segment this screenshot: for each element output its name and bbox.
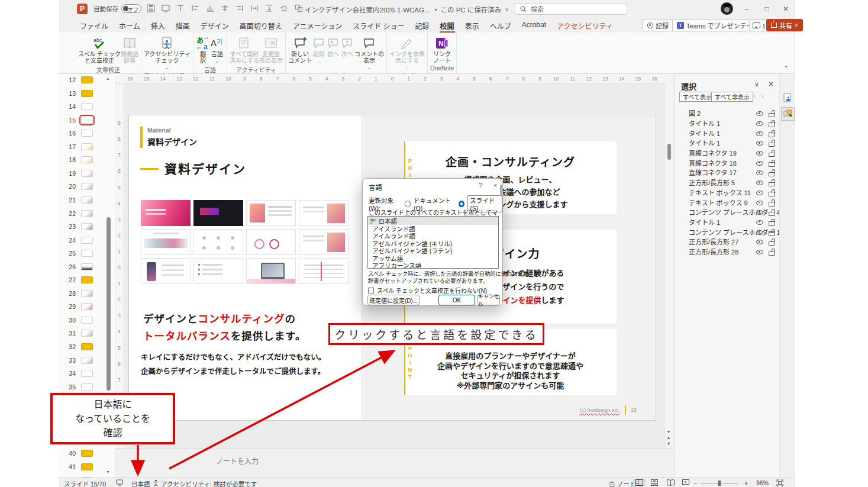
thumbnail-preview[interactable] bbox=[81, 303, 93, 310]
unlock-icon[interactable] bbox=[767, 208, 775, 216]
slide-thumbnail-16[interactable]: 16 bbox=[64, 129, 93, 137]
tab-アニメーション[interactable]: アニメーション bbox=[288, 18, 348, 33]
unlock-icon[interactable] bbox=[767, 228, 775, 236]
slide-thumbnail-34[interactable]: 34 bbox=[64, 369, 93, 378]
visibility-eye-icon[interactable] bbox=[756, 248, 763, 256]
unlock-icon[interactable] bbox=[767, 248, 775, 256]
selection-item[interactable]: 正方形/長方形 5 bbox=[675, 178, 780, 188]
thumbnail-preview[interactable] bbox=[81, 383, 93, 391]
save-icon[interactable] bbox=[147, 4, 155, 12]
slide-thumbnail-40[interactable]: 40 bbox=[64, 449, 93, 457]
selection-item[interactable]: 直線コネクタ 18 bbox=[675, 158, 780, 168]
zoom-slider-thumb[interactable] bbox=[718, 480, 721, 486]
shape-name[interactable]: 直線コネクタ 17 bbox=[689, 167, 737, 177]
unlock-icon[interactable] bbox=[767, 238, 775, 246]
tab-記録[interactable]: 記録 bbox=[410, 18, 435, 33]
visibility-eye-icon[interactable] bbox=[756, 198, 763, 206]
tab-校閲[interactable]: 校閲 bbox=[435, 18, 460, 33]
show-all-button[interactable]: すべて表示 bbox=[679, 92, 715, 102]
export-icon[interactable] bbox=[176, 4, 185, 12]
selection-item[interactable]: テキスト ボックス 9 bbox=[675, 197, 780, 207]
visibility-eye-icon[interactable] bbox=[756, 139, 763, 147]
unlock-icon[interactable] bbox=[767, 129, 775, 137]
slide-thumbnail-17[interactable]: 17 bbox=[64, 143, 93, 151]
shape-name[interactable]: タイトル 1 bbox=[689, 138, 720, 147]
visibility-eye-icon[interactable] bbox=[756, 218, 763, 225]
shape-name[interactable]: コンテンツ プレースホルダー 1 bbox=[689, 227, 780, 237]
align-left-icon[interactable] bbox=[191, 4, 199, 12]
thumbnail-preview[interactable] bbox=[81, 370, 93, 377]
thumbnail-preview[interactable] bbox=[81, 156, 93, 163]
checkbox-icon[interactable] bbox=[368, 288, 374, 294]
vertical-scrollbar[interactable] bbox=[666, 74, 673, 448]
slide-thumbnail-20[interactable]: 20 bbox=[64, 182, 93, 191]
selection-item[interactable]: 正方形/長方形 27 bbox=[675, 237, 780, 247]
share-button[interactable]: 共有∨ bbox=[766, 19, 803, 31]
autosave-toggle[interactable]: 自動保存 オフ bbox=[93, 4, 141, 13]
qat-more-icon[interactable]: ⌄ bbox=[267, 5, 272, 11]
visibility-eye-icon[interactable] bbox=[756, 179, 763, 186]
distribute-horizontal-icon[interactable] bbox=[250, 4, 259, 12]
unlock-icon[interactable] bbox=[767, 188, 775, 196]
slide-thumbnail-12[interactable]: 12 bbox=[64, 76, 93, 84]
thumbnail-preview[interactable] bbox=[81, 357, 93, 364]
ribbon-button-アクセシビリティチェック[interactable]: アクセシビリティチェック⌄ bbox=[144, 33, 191, 71]
slide-thumbnail-15[interactable]: 15 bbox=[64, 116, 93, 124]
slideshow-icon[interactable] bbox=[682, 479, 689, 487]
visibility-eye-icon[interactable] bbox=[756, 188, 763, 196]
group-icon[interactable] bbox=[295, 4, 303, 12]
dialog-help-icon[interactable]: ? bbox=[479, 182, 482, 189]
slide-thumbnail-13[interactable]: 13 bbox=[64, 89, 93, 98]
close-button[interactable]: ✕ bbox=[776, 0, 796, 18]
visibility-eye-icon[interactable] bbox=[756, 208, 763, 216]
user-avatar[interactable] bbox=[721, 2, 733, 15]
unlock-icon[interactable] bbox=[767, 218, 775, 225]
align-right-icon[interactable] bbox=[235, 4, 244, 12]
selection-item[interactable]: 正方形/長方形 28 bbox=[675, 247, 780, 257]
shape-name[interactable]: 直線コネクタ 18 bbox=[689, 158, 737, 167]
slide-thumbnail-30[interactable]: 30 bbox=[64, 316, 93, 324]
hide-all-button[interactable]: すべて非表示 bbox=[711, 92, 753, 102]
visibility-eye-icon[interactable] bbox=[756, 169, 763, 176]
thumbs-scroll-down-icon[interactable]: ▼ bbox=[106, 470, 110, 474]
visibility-eye-icon[interactable] bbox=[756, 129, 763, 137]
ribbon-button-コメントの表示[interactable]: コメントの表示⌄ bbox=[354, 33, 384, 71]
ribbon-button-スペル チェックと文章校正[interactable]: abcスペル チェックと文章校正 bbox=[78, 33, 121, 64]
record-button[interactable]: 記録 bbox=[643, 19, 673, 31]
shape-name[interactable]: タイトル 1 bbox=[689, 128, 720, 138]
thumbnail-preview[interactable] bbox=[81, 223, 93, 230]
slide-thumbnail-27[interactable]: 27 bbox=[64, 276, 93, 284]
unlock-icon[interactable] bbox=[767, 169, 775, 176]
thumbs-scroll-up-icon[interactable]: ▲ bbox=[106, 76, 110, 80]
accessibility-status[interactable]: アクセシビリティ: 検討が必要です bbox=[161, 479, 257, 487]
shape-name[interactable]: テキスト ボックス 9 bbox=[689, 198, 748, 207]
selection-item[interactable]: コンテンツ プレースホルダー 4 bbox=[675, 207, 780, 217]
reading-view-icon[interactable] bbox=[667, 479, 675, 487]
selection-item[interactable]: テキスト ボックス 11 bbox=[675, 188, 780, 198]
thumbnail-preview[interactable] bbox=[81, 76, 93, 83]
status-language[interactable]: 日本語 bbox=[131, 479, 150, 487]
thumbnail-preview[interactable] bbox=[81, 117, 93, 124]
tab-ヘルプ[interactable]: ヘルプ bbox=[485, 18, 517, 33]
selection-pane-icon[interactable] bbox=[781, 107, 795, 121]
accessibility-pane-icon[interactable] bbox=[781, 91, 795, 104]
slide-thumbnail-24[interactable]: 24 bbox=[64, 236, 93, 244]
zoom-out-icon[interactable]: − bbox=[693, 479, 697, 486]
unlock-icon[interactable] bbox=[767, 179, 775, 186]
tab-デザイン[interactable]: デザイン bbox=[195, 18, 234, 33]
cancel-button[interactable]: キャンセル bbox=[477, 295, 500, 305]
notes-pane[interactable]: ノートを入力 bbox=[115, 448, 673, 478]
thumbnail-preview[interactable] bbox=[81, 103, 93, 110]
ribbon-button-翻訳[interactable]: あa翻訳 bbox=[196, 33, 210, 64]
selection-item[interactable]: タイトル 1 bbox=[675, 128, 780, 138]
slide-thumbnail-22[interactable]: 22 bbox=[64, 209, 93, 218]
thumbnail-preview[interactable] bbox=[81, 450, 93, 457]
thumbnail-preview[interactable] bbox=[81, 276, 93, 283]
slide-thumbnail-21[interactable]: 21 bbox=[64, 196, 93, 204]
shape-name[interactable]: 正方形/長方形 28 bbox=[689, 247, 738, 256]
thumbs-scrollbar[interactable] bbox=[107, 217, 111, 391]
thumbnail-preview[interactable] bbox=[81, 130, 93, 137]
thumbnail-preview[interactable] bbox=[81, 463, 93, 470]
radio-document[interactable] bbox=[405, 201, 411, 207]
selection-item[interactable]: コンテンツ プレースホルダー 1 bbox=[675, 227, 780, 237]
